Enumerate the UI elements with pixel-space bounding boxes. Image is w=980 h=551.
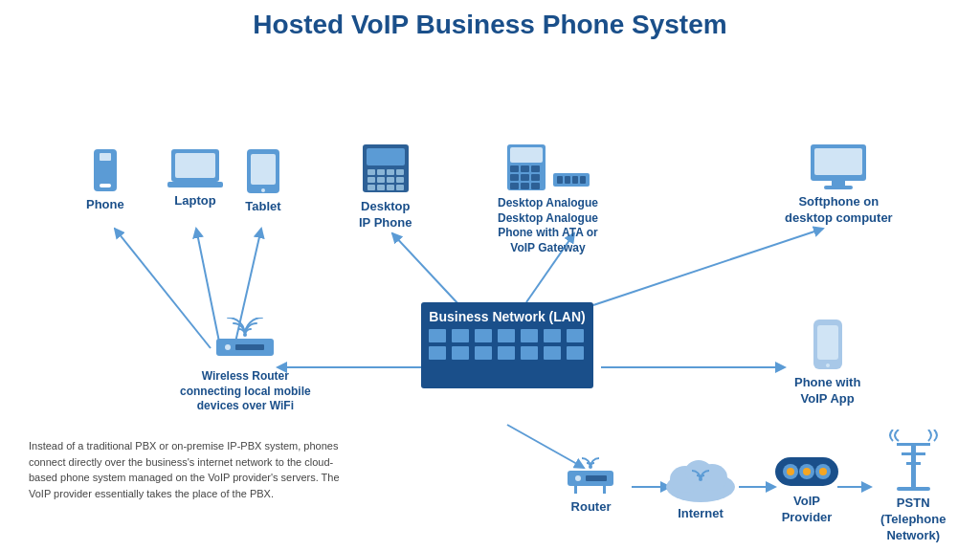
desktop-ip-phone-icon [361, 143, 411, 195]
wireless-router-device: Wireless Routerconnecting local mobilede… [180, 318, 311, 414]
laptop-device: Laptop [167, 147, 223, 209]
svg-point-62 [589, 465, 592, 469]
svg-point-78 [803, 468, 811, 475]
analogue-phone-icon [505, 143, 547, 192]
svg-rect-38 [521, 165, 529, 172]
svg-rect-32 [377, 185, 385, 190]
svg-rect-13 [100, 184, 111, 187]
analogue-phone-label: Desktop AnalogueDesktop Analogue Phone w… [498, 196, 598, 255]
svg-rect-60 [817, 325, 838, 360]
svg-point-72 [699, 477, 702, 481]
svg-rect-43 [510, 183, 519, 189]
svg-rect-30 [396, 177, 404, 183]
svg-rect-37 [510, 165, 519, 172]
building-windows [429, 329, 586, 360]
svg-rect-52 [814, 148, 862, 175]
svg-rect-14 [100, 153, 111, 161]
analogue-phone-device: Desktop AnalogueDesktop Analogue Phone w… [498, 143, 598, 255]
svg-rect-22 [367, 148, 405, 165]
info-text: Instead of a traditional PBX or on-premi… [29, 438, 354, 501]
voip-phone-label: Phone withVoIP App [794, 375, 860, 408]
tablet-label: Tablet [245, 199, 280, 215]
svg-rect-34 [396, 185, 404, 190]
ata-icon [553, 173, 590, 188]
router-bottom-device: Router [565, 453, 617, 516]
svg-rect-16 [175, 153, 215, 178]
svg-rect-29 [387, 177, 394, 183]
svg-line-6 [593, 229, 823, 305]
pstn-label: PSTN(TelephoneNetwork) [880, 496, 946, 544]
softphone-icon [809, 143, 868, 190]
desktop-ip-phone-device: DesktopIP Phone [359, 143, 412, 231]
svg-rect-44 [521, 183, 529, 189]
svg-line-4 [392, 233, 459, 305]
svg-point-57 [225, 344, 231, 350]
router-bottom-icon [565, 453, 617, 496]
laptop-icon [167, 147, 223, 189]
svg-point-55 [243, 333, 247, 337]
svg-rect-66 [574, 486, 577, 494]
laptop-label: Laptop [174, 193, 215, 209]
pstn-icon [887, 430, 940, 492]
svg-rect-19 [251, 154, 276, 185]
svg-rect-41 [521, 174, 529, 181]
business-network-device: Business Network (LAN) [421, 302, 593, 388]
wireless-router-label: Wireless Routerconnecting local mobilede… [180, 369, 311, 414]
tablet-device: Tablet [245, 147, 281, 215]
svg-rect-50 [580, 176, 586, 184]
svg-rect-24 [377, 169, 385, 175]
svg-rect-45 [531, 183, 540, 189]
svg-rect-83 [911, 443, 916, 491]
softphone-device: Softphone ondesktop computer [785, 143, 893, 227]
svg-rect-25 [387, 169, 394, 175]
voip-phone-icon [812, 318, 844, 371]
pstn-device: PSTN(TelephoneNetwork) [880, 430, 946, 544]
svg-rect-42 [531, 174, 540, 181]
svg-rect-67 [603, 486, 606, 494]
svg-rect-39 [531, 165, 540, 172]
svg-rect-58 [235, 344, 264, 350]
phone-device: Phone [86, 147, 124, 213]
svg-point-64 [575, 475, 581, 481]
svg-rect-49 [572, 176, 578, 184]
svg-rect-36 [510, 147, 543, 163]
svg-rect-27 [368, 177, 375, 183]
svg-rect-23 [368, 169, 375, 175]
phone-icon [92, 147, 119, 193]
svg-point-77 [787, 468, 794, 475]
svg-rect-26 [396, 169, 404, 175]
internet-device: Internet [662, 449, 739, 522]
internet-label: Internet [678, 506, 724, 522]
diagram: Phone Laptop Tablet [19, 52, 961, 520]
voip-phone-device: Phone withVoIP App [794, 318, 860, 408]
building-icon: Business Network (LAN) [421, 302, 593, 388]
svg-point-79 [819, 468, 827, 475]
svg-rect-33 [387, 185, 394, 190]
svg-rect-31 [368, 185, 375, 190]
svg-rect-65 [586, 475, 607, 481]
business-network-label: Business Network (LAN) [429, 308, 585, 325]
voip-provider-icon [773, 453, 840, 490]
svg-point-20 [261, 188, 265, 192]
page: Hosted VoIP Business Phone System [0, 0, 980, 551]
voip-provider-device: VoIPProvider [773, 453, 840, 526]
svg-rect-17 [167, 182, 223, 187]
page-title: Hosted VoIP Business Phone System [19, 10, 961, 40]
svg-rect-28 [377, 177, 385, 183]
svg-rect-54 [824, 186, 853, 189]
internet-icon [662, 449, 739, 502]
svg-rect-84 [897, 487, 930, 491]
desktop-ip-phone-label: DesktopIP Phone [359, 199, 412, 231]
voip-provider-label: VoIPProvider [782, 494, 833, 526]
svg-rect-48 [565, 176, 570, 184]
router-bottom-label: Router [571, 499, 612, 516]
tablet-icon [245, 147, 281, 195]
svg-rect-40 [510, 174, 519, 181]
svg-point-61 [826, 364, 830, 367]
phone-label: Phone [86, 197, 124, 213]
svg-rect-47 [557, 176, 563, 184]
svg-rect-53 [832, 181, 845, 186]
softphone-label: Softphone ondesktop computer [785, 194, 893, 227]
wireless-router-icon [211, 318, 279, 365]
